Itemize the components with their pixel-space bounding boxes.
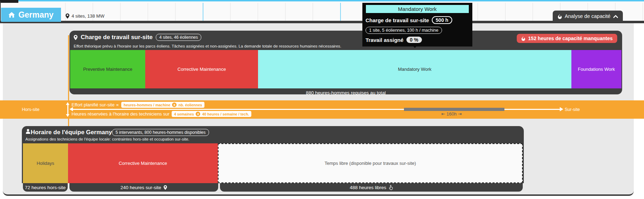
flow-band: Hors-site Sur-site ⇤ 160h ⇥ Effort plani…	[0, 100, 644, 119]
person-icon	[25, 129, 31, 134]
bar-footer-240-heures-sur-site: 240 heures sur-site	[69, 183, 218, 192]
arrow-up-icon	[66, 102, 69, 105]
pin-icon	[74, 35, 78, 40]
formula-term-a: 4 semaines	[174, 112, 194, 116]
bar-segment-foundations-work[interactable]: Foundations Work	[571, 50, 621, 88]
bar-footer-488-heures-libres: 488 heures libres	[220, 183, 523, 192]
grid-line	[175, 3, 176, 23]
region-tab-germany[interactable]: Germany	[1, 8, 61, 22]
offsite-label: Hors-site	[22, 107, 39, 112]
formula-term-b: 40 heures / semaine / tech.	[202, 112, 249, 116]
sites-summary: 4 sites, 138 MW	[66, 13, 104, 19]
team-panel-badge: 5 intervenants, 800 heures-hommes dispon…	[112, 129, 209, 136]
tooltip-assigned-value: 0 %	[406, 37, 422, 43]
bar-segment-temps-libre-disponible-pour-travaux-sur-site-[interactable]: Temps libre (disponible pour travaux sur…	[218, 143, 523, 183]
tooltip-workload-value: 500 h	[432, 16, 452, 24]
workload-total-bar: 880 heures-hommes requises au total	[69, 88, 622, 97]
schedule-formula-pill: 4 semaines x 40 heures / semaine / tech.	[172, 111, 252, 117]
grid-line	[478, 3, 478, 23]
grid-line	[533, 3, 533, 23]
workload-panel: Charge de travail sur-site 4 sites, 46 é…	[69, 31, 622, 94]
team-panel-body: Horaire de l'équipe Germany 5 intervenan…	[22, 126, 524, 183]
effort-formula-pill: heures-hommes / machine x nb. éoliennes	[121, 102, 205, 108]
bar-segment-holidays[interactable]: Holidays	[23, 143, 68, 183]
grid-line	[120, 3, 121, 23]
tooltip-arrow-icon	[412, 45, 418, 48]
workload-panel-badge: 4 sites, 46 éoliennes	[156, 34, 201, 41]
footer-label: 488 heures libres	[350, 185, 386, 190]
bar-footer-72-heures-hors-site: 72 heures hors-site	[23, 183, 68, 192]
workload-title-row: Charge de travail sur-site 4 sites, 46 é…	[74, 34, 201, 41]
tooltip-assigned-row: Travail assigné 0 %	[366, 37, 469, 43]
tooltip-assigned-label: Travail assigné	[366, 37, 404, 43]
chevron-up-icon	[613, 15, 618, 18]
grid-line	[148, 3, 148, 23]
capacity-span-label: ⇤ 160h ⇥	[441, 111, 462, 117]
missing-capacity-badge[interactable]: 152 heures de capacité manquantes	[517, 34, 617, 43]
grid-line-highlight	[203, 3, 203, 23]
multiply-icon: x	[172, 102, 177, 107]
planned-effort-row: Effort planifié sur-site ∝ heures-hommes…	[72, 102, 204, 108]
arrow-down-icon	[66, 114, 69, 117]
left-border	[0, 1, 1, 21]
planned-effort-label: Effort planifié sur-site ∝	[72, 102, 119, 107]
segment-label: Temps libre (disponible pour travaux sur…	[325, 161, 416, 166]
team-bar: HolidaysCorrective MaintenanceTemps libr…	[22, 143, 524, 183]
pin-icon	[164, 185, 167, 190]
segment-label: Corrective Maintenance	[119, 161, 167, 166]
missing-capacity-label: 152 heures de capacité manquantes	[528, 36, 613, 41]
grid-line	[505, 3, 505, 23]
grid-line-highlight	[340, 3, 341, 23]
tooltip-detail-pill: 1 site, 5 éoliennes, 100 h / machine	[366, 27, 442, 34]
capacity-analysis-label: Analyse de capacité	[565, 13, 611, 19]
home-icon	[8, 12, 15, 18]
grid-line	[258, 3, 258, 23]
team-panel-title: Horaire de l'équipe Germany	[31, 129, 112, 136]
workload-panel-header: Charge de travail sur-site 4 sites, 46 é…	[69, 31, 622, 43]
capacity-analysis-button[interactable]: Analyse de capacité	[553, 11, 623, 22]
flame-icon	[521, 36, 525, 41]
segment-label: Corrective Maintenance	[178, 67, 226, 72]
grid-line	[313, 3, 313, 23]
segment-label: Preventive Maintenance	[83, 67, 132, 72]
region-tab-label: Germany	[18, 10, 54, 20]
bar-segment-corrective-maintenance[interactable]: Corrective Maintenance	[145, 50, 258, 88]
bar-segment-corrective-maintenance[interactable]: Corrective Maintenance	[68, 143, 218, 183]
grid-line	[643, 3, 643, 23]
team-panel-subtitle: Assignations des techniciens de l'équipe…	[22, 136, 524, 143]
workload-panel-title: Charge de travail sur-site	[81, 34, 153, 41]
formula-term-b: nb. éoliennes	[178, 103, 202, 107]
segment-label: Mandatory Work	[398, 67, 431, 72]
capacity-span-bar	[404, 108, 504, 111]
team-panel-header: Horaire de l'équipe Germany 5 intervenan…	[22, 126, 524, 136]
workload-bar: Preventive MaintenanceCorrective Mainten…	[69, 50, 622, 88]
grid-line	[230, 3, 231, 23]
hand-pointer-icon	[389, 185, 393, 190]
segment-label: Foundations Work	[578, 67, 615, 72]
bar-segment-mandatory-work[interactable]: Mandatory Work	[258, 50, 571, 88]
tooltip-title: Mandatory Work	[366, 5, 469, 13]
tooltip-workload-row: Charge de travail sur-site 500 h	[366, 16, 469, 24]
capacity-analysis-screen: Germany 4 sites, 138 MW Analyse de capac…	[0, 0, 644, 199]
sites-summary-label: 4 sites, 138 MW	[72, 13, 104, 19]
reserved-hours-label: Heures réservées à l'horaire des technic…	[72, 111, 170, 117]
segment-tooltip: Mandatory Work Charge de travail sur-sit…	[362, 3, 472, 46]
content-top-border	[0, 21, 644, 23]
formula-term-a: heures-hommes / machine	[124, 103, 170, 107]
footer-label: 240 heures sur-site	[121, 185, 161, 190]
segment-label: Holidays	[37, 161, 54, 166]
grid-line	[285, 3, 286, 23]
corner-notch	[0, 0, 18, 3]
team-panel: Horaire de l'équipe Germany 5 intervenan…	[22, 126, 524, 192]
workload-panel-subtitle: Effort théorique prévu à l'horaire sur l…	[69, 43, 622, 50]
tooltip-workload-label: Charge de travail sur-site	[366, 17, 429, 23]
arrow-right-icon	[560, 107, 563, 111]
flame-icon	[558, 14, 562, 19]
footer-label: 72 heures hors-site	[25, 185, 66, 190]
pin-icon	[66, 13, 69, 19]
bar-segment-preventive-maintenance[interactable]: Preventive Maintenance	[70, 50, 145, 88]
reserved-hours-row: Heures réservées à l'horaire des technic…	[72, 111, 251, 117]
onsite-label: Sur-site	[565, 107, 580, 112]
team-bar-footers: 72 heures hors-site240 heures sur-site48…	[22, 183, 524, 192]
multiply-icon: x	[196, 112, 200, 116]
